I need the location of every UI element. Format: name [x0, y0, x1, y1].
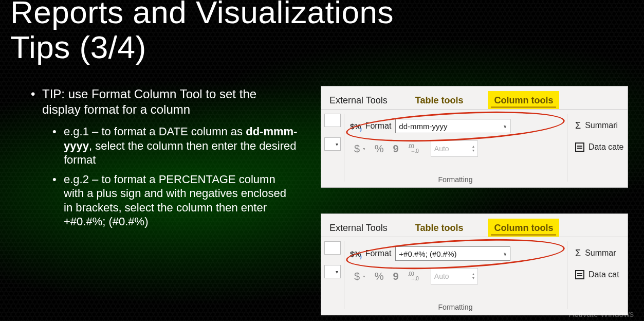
- tip-main: TIP: use Format Column Tool to set the d…: [31, 86, 298, 117]
- format-dropdown[interactable]: dd-mmm-yyyy ∨: [395, 119, 510, 133]
- percent-button[interactable]: %: [375, 271, 384, 282]
- left-truncated-column: ▾: [324, 241, 341, 289]
- tab-table-tools[interactable]: Table tools: [412, 90, 467, 109]
- decimal-places-input[interactable]: Auto ▴▾: [431, 140, 478, 157]
- spinner-icon: ▴▾: [472, 145, 474, 153]
- ribbon-body: ▾ $%✎ Format +#0.#%; (#0.#%) ∨ $ ˅ % 9 .…: [321, 237, 628, 314]
- chevron-down-icon: ∨: [503, 123, 507, 129]
- right-truncated-column: Σ Summari Data cate: [575, 118, 623, 161]
- slide: Reports and Visualizations Tips (3/4) TI…: [0, 0, 644, 321]
- chevron-down-icon: ▾: [336, 141, 338, 147]
- format-row: $%✎ Format +#0.#%; (#0.#%) ∨: [350, 246, 510, 261]
- chevron-down-icon: ˅: [363, 148, 365, 153]
- percent-button[interactable]: %: [375, 143, 384, 155]
- group-separator: [567, 114, 567, 182]
- right-truncated-column: Σ Summar Data cat: [575, 245, 619, 289]
- windows-watermark: Activate Windows: [569, 310, 634, 319]
- chevron-down-icon: ▾: [336, 269, 338, 275]
- left-cell-dropdown[interactable]: ▾: [324, 265, 341, 278]
- left-cell-dropdown[interactable]: ▾: [324, 137, 341, 151]
- chevron-down-icon: ˅: [363, 275, 365, 281]
- chevron-down-icon: ∨: [503, 251, 507, 257]
- summarization-row[interactable]: Σ Summari: [575, 118, 623, 133]
- group-label-formatting: Formatting: [344, 303, 567, 311]
- format-buttons-row: $ ˅ % 9 .00→.0 Auto ▴▾: [354, 268, 478, 284]
- thousands-button[interactable]: 9: [393, 143, 398, 155]
- thousands-button[interactable]: 9: [393, 271, 398, 282]
- data-category-label: Data cat: [588, 270, 619, 279]
- currency-button[interactable]: $ ˅: [354, 143, 365, 155]
- title-line-1: Reports and Visualizations: [10, 0, 394, 30]
- slide-body: TIP: use Format Column Tool to set the d…: [31, 86, 298, 234]
- category-icon: [575, 142, 584, 152]
- format-buttons-row: $ ˅ % 9 .00→.0 Auto ▴▾: [354, 140, 478, 157]
- tab-table-tools[interactable]: Table tools: [412, 218, 467, 237]
- summarization-label: Summar: [585, 248, 616, 258]
- format-value: dd-mmm-yyyy: [399, 122, 447, 131]
- group-separator: [344, 114, 344, 182]
- format-label: Format: [365, 249, 392, 258]
- format-row: $%✎ Format dd-mmm-yyyy ∨: [350, 119, 510, 133]
- tab-column-tools[interactable]: Column tools: [488, 219, 559, 237]
- auto-value: Auto: [434, 272, 449, 280]
- decimal-places-input[interactable]: Auto ▴▾: [431, 268, 478, 284]
- slide-title: Reports and Visualizations Tips (3/4): [10, 0, 394, 65]
- sigma-icon: Σ: [575, 248, 581, 259]
- ribbon-tabs: External Tools Table tools Column tools: [321, 86, 628, 110]
- ribbon-screenshot-1: External Tools Table tools Column tools …: [321, 86, 628, 187]
- tip-eg2: e.g.2 – to format a PERCENTAGE column wi…: [52, 172, 298, 229]
- sigma-icon: Σ: [575, 120, 581, 131]
- format-dropdown[interactable]: +#0.#%; (#0.#%) ∨: [395, 246, 510, 261]
- ribbon-tabs: External Tools Table tools Column tools: [321, 214, 628, 237]
- tab-external-tools[interactable]: External Tools: [326, 90, 391, 109]
- eg1-suffix: , select the column then enter the desir…: [64, 139, 297, 167]
- data-category-row[interactable]: Data cate: [575, 139, 623, 155]
- spinner-icon: ▴▾: [472, 272, 474, 280]
- format-icon: $%✎: [350, 249, 361, 258]
- decimal-button[interactable]: .00→.0: [408, 271, 421, 281]
- left-truncated-column: ▾: [324, 114, 341, 161]
- data-category-label: Data cate: [588, 142, 623, 152]
- auto-value: Auto: [434, 145, 449, 153]
- summarization-label: Summari: [585, 121, 618, 130]
- group-label-formatting: Formatting: [344, 175, 567, 184]
- eg1-prefix: e.g.1 – to format a DATE column as: [64, 125, 246, 138]
- data-category-row[interactable]: Data cat: [575, 267, 619, 282]
- left-cell: [324, 241, 341, 255]
- group-separator: [567, 241, 567, 309]
- category-icon: [575, 270, 584, 279]
- ribbon-body: ▾ $%✎ Format dd-mmm-yyyy ∨ $ ˅ % 9 .00→.…: [321, 110, 628, 187]
- format-label: Format: [365, 121, 392, 131]
- tab-column-tools[interactable]: Column tools: [488, 91, 559, 109]
- ribbon-screenshot-2: External Tools Table tools Column tools …: [321, 214, 628, 315]
- format-value: +#0.#%; (#0.#%): [399, 249, 456, 258]
- summarization-row[interactable]: Σ Summar: [575, 245, 619, 261]
- left-cell: [324, 114, 341, 127]
- tab-external-tools[interactable]: External Tools: [326, 218, 391, 237]
- decimal-button[interactable]: .00→.0: [408, 144, 421, 153]
- title-line-2: Tips (3/4): [10, 29, 146, 65]
- group-separator: [344, 241, 344, 309]
- tip-eg1: e.g.1 – to format a DATE column as dd-mm…: [52, 124, 298, 167]
- format-icon: $%✎: [350, 122, 361, 131]
- currency-button[interactable]: $ ˅: [354, 271, 365, 282]
